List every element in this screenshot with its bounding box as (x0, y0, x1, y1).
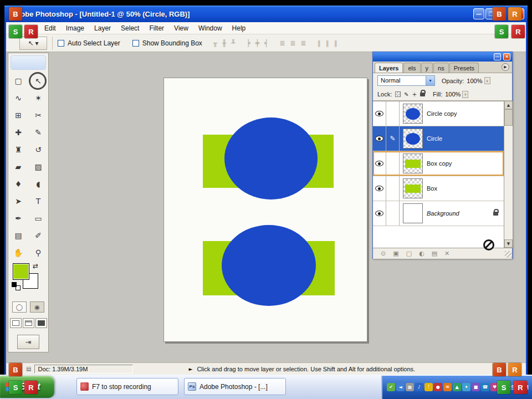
lock-image-icon[interactable]: ✎ (404, 91, 408, 98)
fill-slider-arrow[interactable]: › (462, 91, 468, 98)
magic-wand-tool[interactable]: ✶ (28, 89, 48, 106)
menu-help[interactable]: Help (227, 23, 251, 33)
default-colors-icon[interactable] (12, 282, 22, 291)
fullscreen-menubar-mode-button[interactable] (23, 318, 34, 328)
task-button-recorder[interactable]: F7 to st­op recording (76, 378, 178, 395)
tray-icon-arrow[interactable]: ◄ (396, 383, 405, 391)
pen-tool[interactable]: ✒ (8, 209, 28, 227)
menu-view[interactable]: View (169, 23, 193, 33)
fill-value[interactable]: 100% (445, 91, 461, 98)
tray-icon-block[interactable]: ■ (472, 383, 480, 391)
notes-tool[interactable]: ▤ (8, 227, 28, 244)
visibility-toggle[interactable] (373, 126, 386, 151)
auto-select-layer-checkbox[interactable] (58, 40, 64, 47)
visibility-toggle[interactable] (373, 101, 386, 126)
link-cell[interactable]: ✎ (386, 126, 400, 151)
tray-icon-shield[interactable]: ✔ (387, 383, 395, 391)
blur-tool[interactable]: ♦ (8, 175, 28, 192)
chevron-down-icon[interactable]: ▾ (426, 76, 434, 85)
slice-tool[interactable]: ✂ (28, 106, 48, 124)
scroll-up-icon[interactable]: ▲ (504, 101, 513, 109)
palette-tab-presets[interactable]: Presets (449, 63, 479, 73)
quick-mask-mode-button[interactable]: ◉ (30, 301, 44, 313)
lock-transparency-icon[interactable] (395, 91, 401, 97)
rectangular-marquee-tool[interactable]: ▢ (8, 72, 28, 89)
scroll-down-icon[interactable]: ▼ (504, 239, 513, 248)
doc-size-field[interactable]: Doc: 1.39M/3.19M (34, 365, 133, 374)
link-cell[interactable] (386, 101, 400, 126)
visibility-toggle[interactable] (373, 151, 386, 176)
zoom-tool[interactable]: ⚲ (28, 244, 48, 261)
layers-palette[interactable]: — ✕ LayerselsynsPresets ▶ Normal ▾ Opaci… (372, 52, 513, 259)
tray-icon-record[interactable]: ● (434, 383, 442, 391)
tray-icon-star[interactable]: ✦ (462, 383, 470, 391)
palette-minimize-button[interactable]: — (494, 53, 501, 60)
layer-row-box[interactable]: Box (373, 176, 504, 201)
menu-filter[interactable]: Filter (144, 23, 169, 33)
show-bounding-box-checkbox[interactable] (132, 40, 139, 47)
gradient-tool[interactable]: ▨ (28, 158, 48, 175)
eraser-tool[interactable]: ▰ (8, 158, 28, 175)
palette-tab-y[interactable]: y (421, 63, 433, 73)
palette-tab-layers[interactable]: Layers (375, 63, 403, 73)
menu-edit[interactable]: Edit (39, 23, 61, 33)
menu-image[interactable]: Image (61, 23, 89, 33)
tray-icon-volume[interactable]: ♪ (415, 383, 423, 391)
menu-layer[interactable]: Layer (89, 23, 116, 33)
shape-tool[interactable]: ▭ (28, 209, 48, 227)
jump-to-imageready-button[interactable]: ⇥ (17, 335, 39, 349)
menu-window[interactable]: Window (193, 23, 227, 33)
healing-brush-tool[interactable]: ✚ (8, 124, 28, 141)
layer-set-icon[interactable]: ▢ (406, 250, 412, 257)
swap-colors-icon[interactable]: ⇄ (33, 262, 38, 270)
tray-icon-mail[interactable]: ✉ (443, 383, 452, 391)
document-canvas[interactable] (163, 78, 367, 342)
standard-mode-button[interactable]: ◯ (12, 301, 27, 313)
palette-scrollbar[interactable]: ▲ ▼ (504, 101, 513, 248)
palette-title-bar[interactable]: — ✕ (373, 52, 512, 62)
palette-close-button[interactable]: ✕ (503, 53, 510, 60)
history-brush-tool[interactable]: ↺ (28, 141, 48, 158)
opacity-value[interactable]: 100% (467, 78, 482, 84)
task-button-photoshop[interactable]: PsAdobe Photoshop - [...] (184, 378, 286, 395)
layer-row-box-copy[interactable]: Box copy (373, 151, 504, 176)
status-expand-icon[interactable]: ► (188, 366, 192, 372)
crop-tool[interactable]: ⊞ (8, 106, 28, 124)
link-cell[interactable] (386, 201, 400, 226)
palette-tab-ns[interactable]: ns (433, 63, 449, 73)
brush-tool[interactable]: ✎ (28, 124, 48, 141)
link-cell[interactable] (386, 176, 400, 201)
link-cell[interactable] (386, 151, 400, 176)
tray-icon-phone[interactable]: ☎ (481, 383, 489, 391)
layer-mask-icon[interactable]: ▣ (393, 250, 398, 257)
path-selection-tool[interactable]: ➤ (8, 192, 28, 209)
palette-menu-button[interactable]: ▶ (502, 63, 509, 71)
layer-effects-icon[interactable]: ⊙ (381, 250, 386, 257)
minimize-button[interactable]: — (473, 8, 484, 19)
layer-row-circle-copy[interactable]: Circle copy (373, 101, 504, 126)
adjustment-layer-icon[interactable]: ◐ (419, 250, 424, 257)
new-layer-icon[interactable]: ▤ (432, 250, 437, 257)
menu-select[interactable]: Select (116, 23, 144, 33)
tray-icon-grid[interactable]: ▦ (406, 383, 414, 391)
layer-row-circle[interactable]: ✎Circle (373, 126, 504, 151)
layer-row-background[interactable]: Background (373, 201, 504, 226)
visibility-toggle[interactable] (373, 201, 386, 226)
lasso-tool[interactable]: ∿ (8, 89, 28, 106)
scroll-thumb[interactable] (504, 109, 513, 126)
tray-icon-alert[interactable]: ! (424, 383, 433, 391)
opacity-slider-arrow[interactable]: › (484, 77, 490, 84)
title-bar[interactable]: Adobe Photoshop - [Untitled-1 @ 50% (Cir… (4, 6, 528, 22)
palette-tab-els[interactable]: els (403, 63, 420, 73)
blend-mode-select[interactable]: Normal ▾ (377, 75, 435, 86)
visibility-toggle[interactable] (373, 176, 386, 201)
foreground-color-swatch[interactable] (13, 263, 29, 280)
dodge-tool[interactable]: ◖ (28, 175, 48, 192)
delete-layer-icon[interactable]: ✕ (444, 250, 449, 257)
standard-screen-mode-button[interactable] (10, 318, 22, 328)
palette-resize-grip[interactable] (505, 251, 511, 258)
fullscreen-mode-button[interactable] (35, 318, 47, 328)
tool-preset-picker[interactable]: ↖ ▾ (19, 37, 47, 50)
tray-icon-up[interactable]: ▲ (453, 383, 461, 391)
lock-position-icon[interactable]: + (412, 91, 417, 98)
